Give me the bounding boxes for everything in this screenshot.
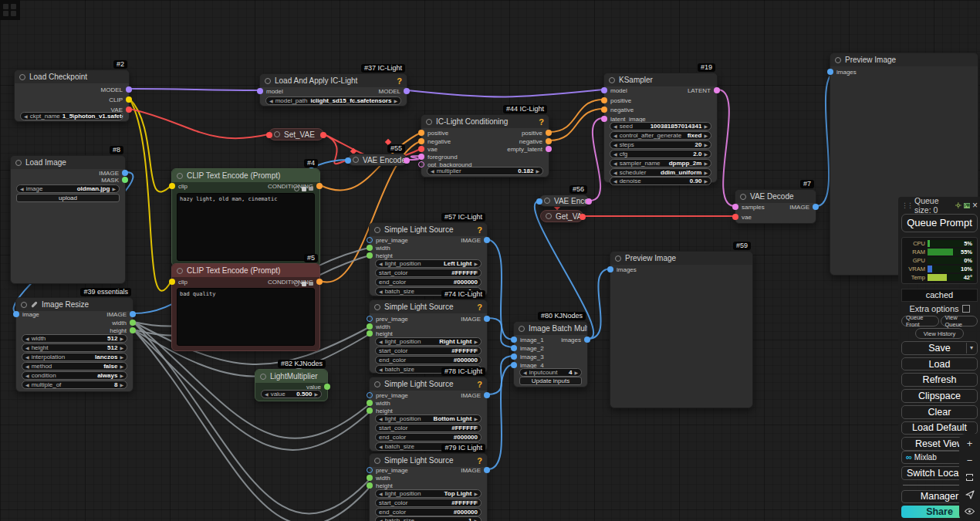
decrement-arrow-icon[interactable]: ◀ <box>379 339 383 344</box>
upload-button[interactable]: upload <box>16 194 120 202</box>
input-negative[interactable]: negative <box>601 106 634 113</box>
collapse-toggle-icon[interactable] <box>177 268 183 274</box>
node-ic-light-conditioning[interactable]: #44 IC-LightIC-Light Conditioning?positi… <box>421 114 549 178</box>
output-dot[interactable] <box>584 337 590 343</box>
output-dot[interactable] <box>324 384 330 390</box>
increment-arrow-icon[interactable]: ▶ <box>120 364 123 369</box>
node-title-bar[interactable]: Simple Light Source? <box>370 377 487 391</box>
widget-interpolation[interactable]: ◀interpolationlanczos▶ <box>22 353 127 361</box>
input-dot[interactable] <box>732 204 738 210</box>
decrement-arrow-icon[interactable]: ◀ <box>24 113 28 119</box>
input-dot[interactable] <box>367 245 373 251</box>
increment-arrow-icon[interactable]: ▶ <box>474 491 478 496</box>
input-samples[interactable]: samples <box>732 203 765 211</box>
increment-arrow-icon[interactable]: ▶ <box>120 373 123 378</box>
input-positive[interactable]: positive <box>601 96 631 104</box>
decrement-arrow-icon[interactable]: ◀ <box>25 373 29 378</box>
input-dot[interactable] <box>13 311 19 317</box>
output-dot[interactable] <box>130 311 136 317</box>
increment-arrow-icon[interactable]: ▶ <box>704 170 708 175</box>
node-title-bar[interactable]: Load And Apply IC-Light? <box>260 74 407 87</box>
decrement-arrow-icon[interactable]: ◀ <box>379 261 383 266</box>
decrement-arrow-icon[interactable]: ◀ <box>613 178 617 184</box>
increment-arrow-icon[interactable]: ▶ <box>704 178 708 184</box>
decrement-arrow-icon[interactable]: ◀ <box>613 170 617 175</box>
node-title-bar[interactable]: LightMultiplier <box>255 370 327 383</box>
collapse-toggle-icon[interactable] <box>177 173 183 179</box>
input-width[interactable]: width <box>367 474 390 482</box>
increment-arrow-icon[interactable]: ▶ <box>120 336 123 341</box>
fit-view-button[interactable] <box>966 472 973 482</box>
image-preview-icon[interactable] <box>964 202 970 209</box>
increment-arrow-icon[interactable]: ▶ <box>120 382 123 387</box>
node-title-bar[interactable]: Load Checkpoint <box>15 70 129 83</box>
increment-arrow-icon[interactable]: ▶ <box>112 186 116 191</box>
widget-denoise[interactable]: ◀denoise0.90▶ <box>610 177 711 185</box>
increment-arrow-icon[interactable]: ▶ <box>120 354 123 360</box>
increment-arrow-icon[interactable]: ▶ <box>474 339 478 344</box>
output-CLIP[interactable]: CLIP <box>109 96 132 103</box>
widget-value[interactable]: ◀value0.500▶ <box>261 390 322 398</box>
input-width[interactable]: width <box>367 399 390 407</box>
input-images[interactable]: images <box>827 68 857 76</box>
help-icon[interactable]: ? <box>477 225 482 235</box>
refresh-button[interactable]: Refresh <box>901 373 978 387</box>
decrement-arrow-icon[interactable]: ◀ <box>265 391 269 397</box>
collapse-toggle-icon[interactable] <box>260 374 266 380</box>
input-dot[interactable] <box>511 337 517 343</box>
input-width[interactable]: width <box>367 244 390 252</box>
output-IMAGE[interactable]: IMAGE <box>106 310 136 318</box>
widget-sampler_name[interactable]: ◀sampler_namedpmpp_2m▶ <box>610 159 711 167</box>
input-height[interactable]: height <box>367 482 393 489</box>
save-dropdown-caret[interactable]: ▾ <box>966 343 976 354</box>
collapse-toggle-icon[interactable] <box>19 74 25 80</box>
output-dot[interactable] <box>714 87 720 93</box>
collapse-toggle-icon[interactable] <box>609 77 615 83</box>
widget-cfg[interactable]: ◀cfg2.0▶ <box>610 150 711 158</box>
input-prev_image[interactable]: prev_image <box>367 391 408 399</box>
decrement-arrow-icon[interactable]: ◀ <box>25 382 29 387</box>
output-dot[interactable] <box>130 320 136 326</box>
output-IMAGE[interactable]: IMAGE <box>461 466 490 474</box>
node-clip-text-encode-negative[interactable]: #5CLIP Text Encode (Prompt)clipCONDITION… <box>171 263 320 351</box>
input-prev_image[interactable]: prev_image <box>367 466 408 474</box>
output-dot[interactable] <box>484 392 490 398</box>
drag-handle-icon[interactable]: ⋮⋮ <box>901 201 912 209</box>
node-preview-image-59[interactable]: #59Preview Imageimages <box>610 251 753 408</box>
increment-arrow-icon[interactable]: ▶ <box>704 161 708 166</box>
input-dot[interactable] <box>511 362 517 368</box>
help-icon[interactable]: ? <box>477 380 482 389</box>
node-title-bar[interactable]: Preview Image <box>610 252 752 265</box>
input-dot[interactable] <box>732 214 738 220</box>
decrement-arrow-icon[interactable]: ◀ <box>25 336 29 341</box>
node-title-bar[interactable]: VAE Encode <box>348 154 407 165</box>
node-title-bar[interactable]: Image Batch Multi? <box>514 322 587 335</box>
output-slot[interactable] <box>586 198 592 205</box>
node-title-bar[interactable]: Simple Light Source? <box>370 300 487 313</box>
output-dot[interactable] <box>126 96 132 103</box>
widget-method[interactable]: ◀methodfalse▶ <box>22 362 127 370</box>
decrement-arrow-icon[interactable]: ◀ <box>379 416 383 421</box>
collapse-toggle-icon[interactable] <box>519 326 525 332</box>
output-IMAGE[interactable]: IMAGE <box>461 236 490 244</box>
node-title-bar[interactable]: CLIP Text Encode (Prompt) <box>172 264 319 277</box>
output-positive[interactable]: positive <box>522 129 552 137</box>
node-light-multiplier[interactable]: #82 KJNodesLightMultipliervalue◀value0.5… <box>255 369 328 401</box>
collapse-toggle-icon[interactable] <box>374 458 380 464</box>
node-get-vae[interactable]: Get_VAE <box>540 210 583 222</box>
input-dot[interactable] <box>827 69 833 75</box>
widget-start_color[interactable]: start_color#FFFFFF <box>375 269 482 277</box>
widget-multiplier[interactable]: ◀multiplier0.182▶ <box>427 167 543 175</box>
widget-model_path[interactable]: ◀model_pathiclight_sd15_fc.safetensors▶ <box>265 96 401 105</box>
decrement-arrow-icon[interactable]: ◀ <box>25 364 29 369</box>
decrement-arrow-icon[interactable]: ◀ <box>523 370 527 375</box>
widget-light_position[interactable]: ◀light_positionBottom Light▶ <box>375 414 482 423</box>
decrement-arrow-icon[interactable]: ◀ <box>20 186 24 191</box>
node-load-and-apply-ic-light[interactable]: #37 IC-LightLoad And Apply IC-Light?mode… <box>259 73 407 107</box>
widget-image[interactable]: ◀imageoldman.jpg▶ <box>16 184 120 193</box>
input-dot[interactable] <box>418 130 424 136</box>
widget-light_position[interactable]: ◀light_positionRight Light▶ <box>375 337 482 346</box>
collapse-toggle-icon[interactable] <box>615 255 621 262</box>
node-simple-light-source-57[interactable]: #57 IC-LightSimple Light Source?prev_ima… <box>369 222 488 296</box>
input-clip[interactable]: clip <box>169 278 188 286</box>
